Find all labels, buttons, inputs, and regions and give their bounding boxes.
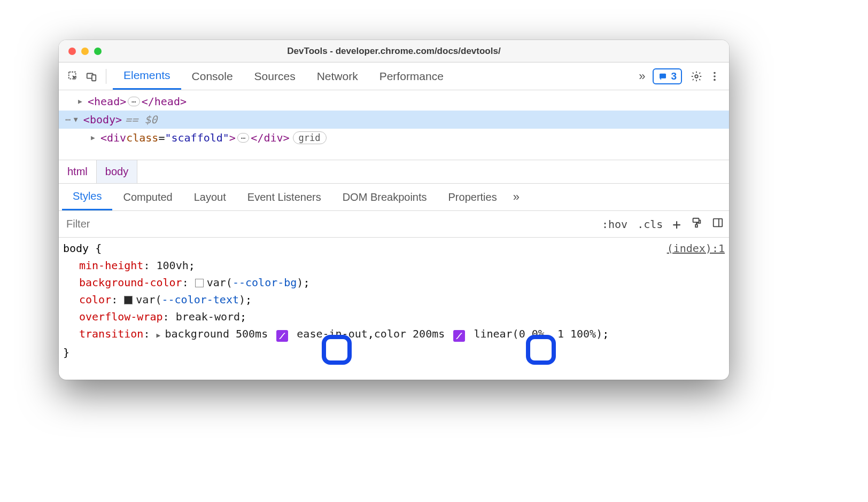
- tab-console[interactable]: Console: [181, 62, 244, 90]
- attr-value: "scaffold": [165, 129, 229, 147]
- svg-rect-9: [695, 225, 698, 228]
- toolbar-separator: [106, 69, 106, 84]
- svg-rect-3: [660, 73, 666, 78]
- css-declaration[interactable]: overflow-wrap: break-word;: [63, 308, 725, 325]
- close-window-button[interactable]: [68, 48, 76, 55]
- attr-name: class: [126, 129, 158, 147]
- css-property: background-color: [79, 276, 182, 289]
- subtab-layout[interactable]: Layout: [183, 184, 237, 210]
- computed-reveal-icon[interactable]: [712, 217, 724, 231]
- devtools-window: DevTools - developer.chrome.com/docs/dev…: [59, 40, 729, 380]
- svg-rect-10: [714, 219, 723, 227]
- css-declaration[interactable]: color: var(--color-text);: [63, 291, 725, 308]
- transition-easing-1: ease-in-out: [297, 327, 367, 340]
- dom-node-body[interactable]: ⋯ ▼ <body> == $0: [59, 111, 729, 129]
- tab-label: Network: [317, 70, 358, 83]
- more-tabs-button[interactable]: »: [636, 68, 648, 84]
- settings-icon[interactable]: [688, 68, 704, 84]
- selector[interactable]: body: [63, 242, 89, 255]
- breadcrumb: html body: [59, 160, 729, 183]
- dom-node-div[interactable]: ▶ <div class="scaffold"> ⋯ </div> grid: [59, 129, 729, 147]
- svg-point-7: [714, 79, 716, 81]
- tab-label: Console: [192, 70, 233, 83]
- css-property: transition: [79, 327, 143, 340]
- css-value: break-word: [176, 310, 240, 323]
- css-var[interactable]: --color-bg: [232, 276, 297, 289]
- breadcrumb-item-body[interactable]: body: [97, 160, 137, 183]
- filter-bar: :hov .cls +: [59, 211, 729, 238]
- css-property: color: [79, 293, 111, 306]
- selected-indicator: ⋯: [65, 111, 72, 129]
- more-subtabs-button[interactable]: »: [508, 184, 525, 210]
- transition-sep: ,: [368, 327, 374, 340]
- subtab-properties[interactable]: Properties: [438, 184, 508, 210]
- subtab-label: DOM Breakpoints: [343, 191, 427, 203]
- tab-elements[interactable]: Elements: [113, 62, 181, 90]
- rule-source-link[interactable]: (index):1: [667, 240, 725, 257]
- styles-subtabs: Styles Computed Layout Event Listeners D…: [59, 183, 729, 211]
- tab-label: Performance: [379, 70, 444, 83]
- paint-icon[interactable]: [691, 217, 702, 231]
- tag-open: <div: [100, 129, 126, 147]
- hov-toggle[interactable]: :hov: [602, 218, 627, 231]
- cls-toggle[interactable]: .cls: [637, 218, 663, 231]
- expand-arrow-icon[interactable]: ▶: [91, 129, 100, 147]
- expand-arrow-icon[interactable]: ▶: [157, 327, 165, 344]
- css-var[interactable]: --color-text: [161, 293, 239, 306]
- tag-close-bracket: >: [229, 129, 236, 147]
- new-style-rule-icon[interactable]: +: [672, 216, 681, 232]
- css-property: overflow-wrap: [79, 310, 163, 323]
- css-property: min-height: [79, 259, 143, 272]
- collapse-arrow-icon[interactable]: ▼: [74, 111, 83, 129]
- ellipsis-badge[interactable]: ⋯: [128, 97, 140, 106]
- ellipsis-badge[interactable]: ⋯: [237, 133, 249, 143]
- breadcrumb-item-html[interactable]: html: [59, 160, 97, 183]
- maximize-window-button[interactable]: [94, 48, 102, 55]
- color-swatch-icon[interactable]: [195, 279, 204, 287]
- attr-eq: =: [158, 129, 165, 147]
- transition-prop-1: background: [165, 327, 229, 340]
- subtab-event-listeners[interactable]: Event Listeners: [237, 184, 332, 210]
- tab-performance[interactable]: Performance: [369, 62, 454, 90]
- transition-dur-2: 200ms: [413, 327, 445, 340]
- tag-close: </div>: [251, 129, 289, 147]
- panel-tabs: Elements Console Sources Network Perform…: [113, 62, 633, 90]
- tab-sources[interactable]: Sources: [244, 62, 306, 90]
- issues-badge[interactable]: 3: [653, 68, 682, 84]
- css-value: 100vh: [157, 259, 189, 272]
- tag-close: </head>: [142, 92, 187, 111]
- subtab-styles[interactable]: Styles: [62, 184, 112, 210]
- inspect-element-icon[interactable]: [65, 68, 81, 84]
- easing-swatch-icon[interactable]: [453, 330, 465, 342]
- subtab-label: Properties: [448, 191, 497, 203]
- styles-pane[interactable]: body { (index):1 min-height: 100vh; back…: [59, 238, 729, 380]
- rule-header: body { (index):1: [63, 240, 725, 257]
- kebab-menu-icon[interactable]: [707, 68, 723, 84]
- css-declaration-transition[interactable]: transition: ▶background 500ms ease-in-ou…: [63, 325, 725, 344]
- subtab-label: Layout: [194, 191, 226, 203]
- titlebar: DevTools - developer.chrome.com/docs/dev…: [59, 40, 729, 62]
- color-swatch-icon[interactable]: [124, 296, 133, 304]
- easing-swatch-icon[interactable]: [276, 330, 288, 342]
- brace-close: }: [63, 344, 725, 361]
- minimize-window-button[interactable]: [81, 48, 89, 55]
- tag-open: <body>: [83, 111, 122, 129]
- expand-arrow-icon[interactable]: ▶: [78, 92, 88, 111]
- dom-node-head[interactable]: ▶ <head> ⋯ </head>: [59, 92, 729, 111]
- subtab-dom-breakpoints[interactable]: DOM Breakpoints: [332, 184, 438, 210]
- dom-tree[interactable]: ▶ <head> ⋯ </head> ⋯ ▼ <body> == $0 ▶ <d…: [59, 90, 729, 160]
- device-toggle-icon[interactable]: [83, 68, 99, 84]
- css-declaration[interactable]: background-color: var(--color-bg);: [63, 274, 725, 291]
- transition-prop-2: color: [374, 327, 406, 340]
- svg-rect-8: [693, 218, 699, 222]
- svg-point-6: [714, 75, 716, 77]
- subtab-computed[interactable]: Computed: [112, 184, 183, 210]
- css-declaration[interactable]: min-height: 100vh;: [63, 257, 725, 274]
- transition-dur-1: 500ms: [236, 327, 268, 340]
- filter-input[interactable]: [64, 211, 596, 237]
- svg-rect-2: [92, 75, 96, 81]
- traffic-lights: [59, 48, 102, 55]
- filter-controls: :hov .cls +: [602, 216, 724, 232]
- grid-badge[interactable]: grid: [293, 131, 327, 144]
- tab-network[interactable]: Network: [306, 62, 369, 90]
